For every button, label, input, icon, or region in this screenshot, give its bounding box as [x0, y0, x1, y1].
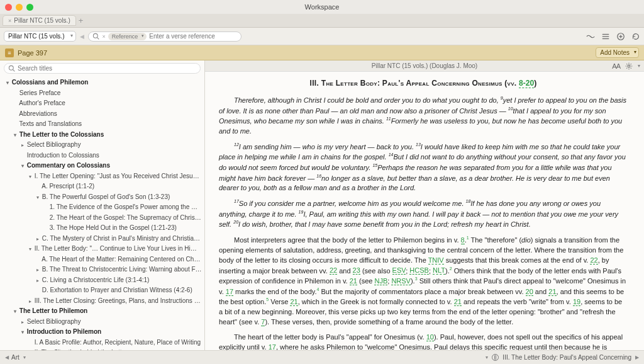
toc-node[interactable]: ▾ II. The Letter Body: "… Continue to Li… — [0, 244, 204, 254]
window-title: Workspace — [305, 3, 340, 11]
toolbar-right — [586, 32, 640, 41]
page-bar: ≡ Page 397 Add Notes — [0, 45, 644, 60]
toc-node[interactable]: ▾ Colossians and Philemon — [0, 77, 204, 88]
toc-node[interactable]: ▾ I. The Letter Opening: "Just as You Re… — [0, 171, 204, 182]
toc-node[interactable]: II. The Situation behind the Letter — [0, 348, 204, 350]
content-pane: Pillar NTC (15 vols.) (Douglas J. Moo) A… — [205, 60, 644, 350]
toc-node[interactable]: 2. The Heart of the Gospel: The Supremac… — [0, 213, 204, 224]
tab-label: Pillar NTC (15 vols.) — [14, 17, 70, 24]
book-select[interactable]: Pillar NTC (15 vols.) — [4, 31, 76, 42]
list-icon[interactable] — [601, 32, 610, 41]
page-label: Page 397 — [18, 49, 47, 57]
tab-close-icon[interactable]: × — [8, 18, 11, 24]
footer: Art III. The Letter Body: Paul's Appeal … — [0, 350, 644, 364]
chevron-down-icon[interactable]: ▾ — [638, 63, 640, 69]
toc-node[interactable]: Abbreviations — [0, 109, 204, 120]
search-close-icon[interactable]: × — [102, 33, 105, 40]
font-size-button[interactable]: AA — [612, 62, 620, 70]
section-heading: III. The Letter Body: Paul's Appeal Conc… — [219, 78, 628, 89]
toc-node[interactable]: ▾ Commentary on Colossians — [0, 161, 204, 171]
reference-search[interactable]: × Reference — [88, 31, 242, 42]
toc-node[interactable]: ▸ C. The Mystery of Christ in Paul's Min… — [0, 234, 204, 244]
titlebar: Workspace — [0, 0, 644, 14]
toc-node[interactable]: ▾ The Letter to the Colossians — [0, 130, 204, 140]
toc-node[interactable]: ▾ The Letter to Philemon — [0, 306, 204, 317]
window-controls — [5, 4, 33, 11]
toc-node[interactable]: A. The Heart of the Matter: Remaining Ce… — [0, 254, 204, 265]
toc-node[interactable]: ▾ B. The Powerful Gospel of God's Son (1… — [0, 192, 204, 203]
toc-node[interactable]: 1. The Evidence of the Gospel's Power am… — [0, 202, 204, 213]
content-header-tools: AA ▾ — [612, 62, 640, 70]
toc-node[interactable]: ▸ B. The Threat to Christocentric Living… — [0, 264, 204, 275]
tab-add-button[interactable]: + — [79, 16, 84, 25]
svg-point-8 — [9, 65, 13, 70]
wave-icon[interactable] — [586, 32, 595, 41]
page-icon: ≡ — [5, 48, 14, 57]
svg-point-0 — [94, 33, 98, 38]
toc-node[interactable]: ▾ Introduction to Philemon — [0, 327, 204, 338]
minimize-icon[interactable] — [16, 4, 23, 11]
footer-right-nav[interactable]: III. The Letter Body: Paul's Appeal Conc… — [486, 354, 639, 361]
content-header: Pillar NTC (15 vols.) (Douglas J. Moo) A… — [205, 60, 644, 72]
globe-icon — [492, 354, 499, 361]
add-circle-icon[interactable] — [616, 32, 625, 41]
toc-node[interactable]: ▸ C. Living a Christocentric Life (3:1-4… — [0, 275, 204, 286]
toolbar: Pillar NTC (15 vols.) ◀ × Reference — [0, 28, 644, 45]
toc-tree[interactable]: ▾ Colossians and Philemon Series Preface… — [0, 76, 204, 350]
toc-node[interactable]: D. Exhortation to Prayer and Christian W… — [0, 285, 204, 296]
toc-node[interactable]: Texts and Translations — [0, 119, 204, 130]
chevron-right-icon: ▶ — [635, 355, 639, 360]
toc-node[interactable]: Series Preface — [0, 88, 204, 99]
toc-node[interactable]: ▸ III. The Letter Closing: Greetings, Pl… — [0, 296, 204, 307]
toc-node[interactable]: 3. The Hope Held Out in the Gospel (1:21… — [0, 223, 204, 234]
reference-input[interactable] — [149, 33, 237, 40]
add-notes-button[interactable]: Add Notes — [596, 47, 639, 58]
tabbar: × Pillar NTC (15 vols.) + — [0, 14, 644, 28]
search-icon — [92, 33, 99, 40]
zoom-icon[interactable] — [26, 4, 33, 11]
history-back-button[interactable]: ◀ — [80, 33, 84, 40]
svg-point-10 — [628, 65, 630, 67]
toc-node[interactable]: I. A Basic Profile: Author, Recipient, N… — [0, 338, 204, 348]
toc-node[interactable]: A. Prescript (1:1-2) — [0, 181, 204, 192]
gear-icon[interactable] — [625, 62, 633, 70]
svg-line-9 — [13, 70, 15, 72]
toc-node[interactable]: ▸ Select Bibliography — [0, 140, 204, 151]
reference-type-pill[interactable]: Reference — [108, 33, 147, 40]
verse-range-link[interactable]: 8-20 — [519, 79, 534, 88]
main: ▾ Colossians and Philemon Series Preface… — [0, 60, 644, 350]
toc-node[interactable]: ▸ Select Bibliography — [0, 317, 204, 327]
search-icon — [8, 65, 15, 72]
toc-node[interactable]: Author's Preface — [0, 98, 204, 109]
close-icon[interactable] — [5, 4, 12, 11]
search-titles[interactable] — [4, 63, 201, 74]
toc-node[interactable]: Introduction to Colossians — [0, 151, 204, 161]
sidebar: ▾ Colossians and Philemon Series Preface… — [0, 60, 205, 350]
search-titles-input[interactable] — [18, 65, 196, 72]
reader-body[interactable]: III. The Letter Body: Paul's Appeal Conc… — [205, 72, 644, 350]
content-header-title: Pillar NTC (15 vols.) (Douglas J. Moo) — [372, 62, 477, 69]
footer-left-nav[interactable]: Art — [5, 354, 26, 361]
refresh-icon[interactable] — [631, 32, 640, 41]
svg-line-1 — [97, 38, 99, 40]
tab-pillar-ntc[interactable]: × Pillar NTC (15 vols.) — [3, 15, 76, 26]
